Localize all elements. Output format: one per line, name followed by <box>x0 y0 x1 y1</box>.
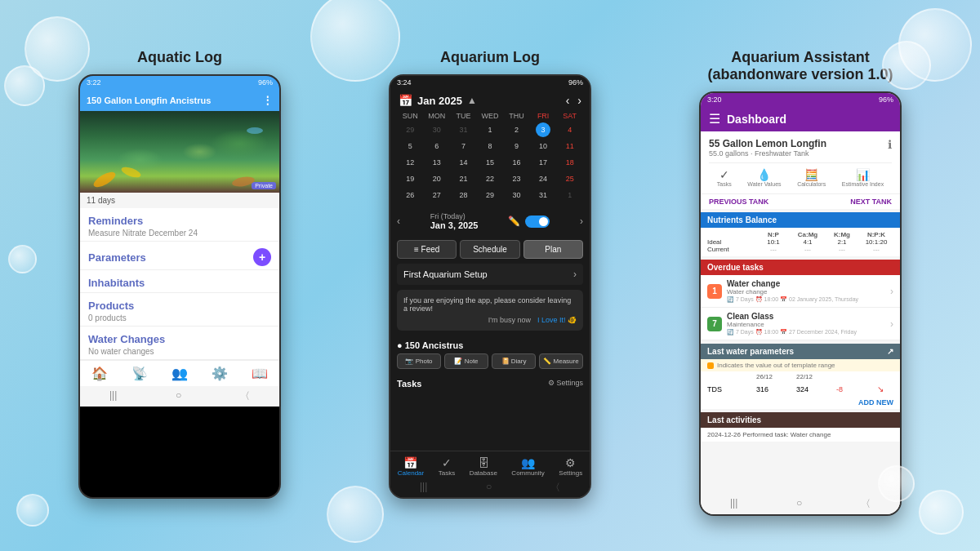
p3-share-icon[interactable]: ↗ <box>887 347 893 356</box>
p2-time: 3:24 <box>397 78 412 87</box>
app2-label: Aquarium Log <box>440 49 540 66</box>
phone2-wrapper: Aquarium Log 3:24 96% 📅 Jan 2025 ▲ ‹ <box>351 49 629 499</box>
p2-day-fri: FRI <box>530 112 557 120</box>
p2-toggle[interactable] <box>525 216 550 228</box>
p1-nav-feed-icon[interactable]: 📡 <box>131 366 148 381</box>
p1-products-sub: 0 products <box>88 313 271 322</box>
p2-nav-community[interactable]: 👥 Community <box>511 456 544 477</box>
phone3-screen: 3:20 96% ☰ Dashboard 55 Gallon Lemon Lon… <box>699 91 902 516</box>
p2-aquarium-arrow-icon: › <box>573 269 577 280</box>
p1-products-section[interactable]: Products 0 products <box>80 293 279 327</box>
p1-reminders-section[interactable]: Reminders Measure Nitrate December 24 <box>80 208 279 242</box>
p2-calendar-header: 📅 Jan 2025 ▲ ‹ › <box>390 89 590 112</box>
p3-warning-dot <box>707 362 714 369</box>
p2-diary-button[interactable]: 📔 Diary <box>492 353 536 369</box>
p2-next-month-button[interactable]: › <box>577 94 581 107</box>
p3-menu-icon[interactable]: ☰ <box>709 111 720 127</box>
p3-task-row-2[interactable]: 7 Clean Glass Maintenance 🔄 7 Days ⏰ 18:… <box>701 308 900 340</box>
p2-next-day-button[interactable]: › <box>580 216 583 227</box>
p1-add-parameter-button[interactable]: + <box>253 248 271 266</box>
p2-month-title: Jan 2025 <box>417 95 462 107</box>
p3-status-bar: 3:20 96% <box>701 93 900 106</box>
p3-add-new-button[interactable]: ADD NEW <box>701 396 900 409</box>
p3-tab-estimative[interactable]: 📊 Estimative Index <box>842 168 884 187</box>
p2-sys-home[interactable]: ○ <box>486 481 492 495</box>
p3-tab-calculators[interactable]: 🧮 Calculators <box>797 168 826 187</box>
p1-nav-book-icon[interactable]: 📖 <box>252 366 268 381</box>
p3-tank-name: 55 Gallon Lemon Longfin <box>709 138 826 149</box>
p2-aquarium-name: First Aquarium Setup <box>403 269 488 279</box>
p2-note-button[interactable]: 📝 Note <box>444 353 488 369</box>
p2-love-button[interactable]: I Love It! 🐠 <box>537 316 577 324</box>
p3-nutrients-section: Nutrients Balance N:P Ca:Mg K:Mg N:P:K I… <box>701 212 900 256</box>
p2-measure-button[interactable]: 📏 Measure <box>539 353 583 369</box>
p1-inhabitants-section[interactable]: Inhabitants <box>80 270 279 293</box>
p2-nav-calendar[interactable]: 📅 Calendar <box>398 456 424 477</box>
p2-today-label: Fri (Today) <box>430 212 479 220</box>
p2-battery: 96% <box>568 78 583 87</box>
p2-feed-button[interactable]: ≡ Feed <box>397 240 457 259</box>
p1-sys-back[interactable]: 〈 <box>240 389 250 403</box>
p3-water-col-headers: 26/12 22/12 <box>701 371 900 382</box>
p3-tank-subtitle: 55.0 gallons · Freshwater Tank <box>709 149 826 158</box>
p3-sys-back[interactable]: 〈 <box>861 497 871 511</box>
p2-today-bar: ‹ Fri (Today) Jan 3, 2025 ✏️ › <box>390 207 590 235</box>
p3-tank-tabs: ✓ Tasks 💧 Water Values 🧮 Calculators <box>709 162 892 187</box>
p3-next-tank-button[interactable]: NEXT TANK <box>850 198 892 206</box>
p2-edit-icon[interactable]: ✏️ <box>508 216 520 227</box>
p3-tab-tasks[interactable]: ✓ Tasks <box>717 168 732 187</box>
p2-fish-section: ● 150 Ancistrus 📷 Photo 📝 Note 📔 Diary 📏… <box>390 335 590 374</box>
p3-sys-home[interactable]: ○ <box>796 497 802 511</box>
p3-prev-tank-button[interactable]: PREVIOUS TANK <box>709 198 768 206</box>
p1-parameters-section[interactable]: Parameters + <box>80 242 279 270</box>
p3-task-badge-1: 1 <box>707 284 722 299</box>
p2-sys-menu[interactable]: ||| <box>420 481 427 495</box>
p3-tab-water-values[interactable]: 💧 Water Values <box>747 168 781 187</box>
p3-water-warning: Indicates the value out of template rang… <box>701 359 900 371</box>
p1-status-bar: 3:22 96% <box>80 76 279 89</box>
p3-task-info-2: Clean Glass Maintenance 🔄 7 Days ⏰ 18:00… <box>727 312 885 335</box>
p2-schedule-button[interactable]: Schedule <box>460 240 519 259</box>
p1-sys-home[interactable]: ○ <box>176 389 181 403</box>
p2-prev-month-button[interactable]: ‹ <box>566 94 570 107</box>
p3-overdue-section: Overdue tasks 1 Water change Water chang… <box>701 260 900 340</box>
p2-busy-button[interactable]: I'm busy now <box>488 316 531 324</box>
p1-nav-community-icon[interactable]: 👥 <box>172 366 188 381</box>
p2-aquarium-row[interactable]: First Aquarium Setup › <box>397 264 583 285</box>
p1-sys-menu[interactable]: ||| <box>109 389 117 403</box>
p3-activities-section: Last activities 2024-12-26 Performed tas… <box>701 412 900 442</box>
p3-task-info-1: Water change Water change 🔄 7 Days ⏰ 18:… <box>727 279 885 303</box>
p3-activity-row: 2024-12-26 Performed task: Water change <box>701 428 900 442</box>
p1-products-title: Products <box>88 300 271 312</box>
p1-reminders-title: Reminders <box>88 215 271 227</box>
p1-water-changes-section[interactable]: Water Changes No water changes <box>80 327 279 360</box>
p2-nav-settings[interactable]: ⚙ Settings <box>559 456 582 477</box>
p3-sys-menu[interactable]: ||| <box>730 497 737 511</box>
p2-nav-database[interactable]: 🗄 Database <box>470 456 497 477</box>
phone1-screen: 3:22 96% 150 Gallon Longfin Ancistrus ⋮ … <box>78 74 281 499</box>
p2-month-expand-icon[interactable]: ▲ <box>467 95 477 106</box>
p1-battery: 96% <box>258 78 273 87</box>
p2-nav-tasks[interactable]: ✓ Tasks <box>439 456 455 477</box>
p3-task-arrow-1: › <box>890 286 893 297</box>
phone1-wrapper: Aquatic Log 3:22 96% 150 Gallon Longfin … <box>41 49 318 499</box>
p1-system-nav: ||| ○ 〈 <box>80 386 279 407</box>
p3-time: 3:20 <box>707 96 722 104</box>
p2-plan-button[interactable]: Plan <box>523 240 583 259</box>
p1-title: 150 Gallon Longfin Ancistrus <box>87 96 211 105</box>
p3-task-row-1[interactable]: 1 Water change Water change 🔄 7 Days ⏰ 1… <box>701 275 900 308</box>
p3-info-icon[interactable]: ℹ <box>888 138 892 151</box>
p2-status-bar: 3:24 96% <box>390 76 590 89</box>
p2-tasks-settings-button[interactable]: ⚙ Settings <box>548 379 583 389</box>
p1-nav-home-icon[interactable]: 🏠 <box>91 366 108 381</box>
p3-overdue-header: Overdue tasks <box>701 260 900 275</box>
p2-photo-button[interactable]: 📷 Photo <box>397 353 441 369</box>
p2-calendar-grid: SUN MON TUE WED THU FRI SAT 29 30 31 1 <box>390 112 590 207</box>
p3-header-title: Dashboard <box>727 113 786 126</box>
p2-today-date: Jan 3, 2025 <box>430 220 479 230</box>
p2-prev-day-button[interactable]: ‹ <box>397 216 400 227</box>
p1-menu-icon[interactable]: ⋮ <box>262 94 273 106</box>
p2-day-tue: TUE <box>450 112 477 120</box>
p2-sys-back[interactable]: 〈 <box>550 481 560 495</box>
p1-nav-tools-icon[interactable]: ⚙️ <box>212 366 228 381</box>
